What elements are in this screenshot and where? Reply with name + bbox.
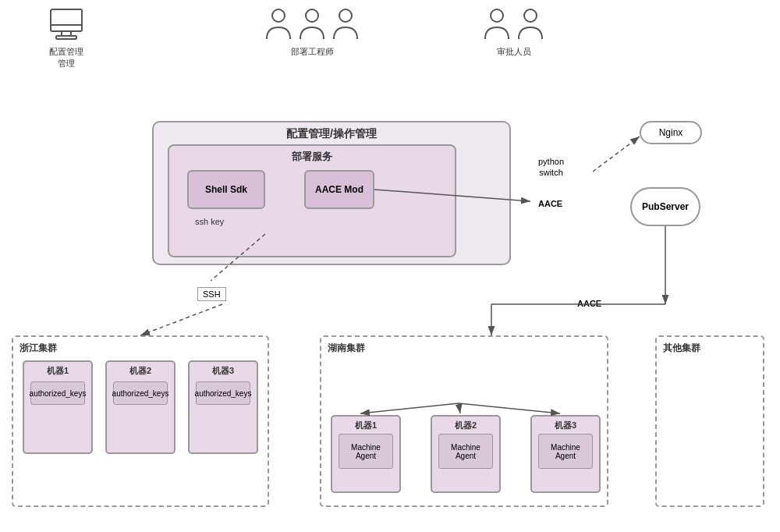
approvers-label: 审批人员 <box>497 46 531 58</box>
authorized-keys-2: authorized_keys <box>113 381 168 405</box>
approver-icon-2 <box>517 8 544 43</box>
svg-point-8 <box>524 9 537 22</box>
svg-point-6 <box>339 9 352 22</box>
hunan-cluster-title: 湖南集群 <box>328 342 607 355</box>
hunan-cluster: 湖南集群 机器1 Machine Agent 机器2 Machine Agent… <box>320 335 608 507</box>
zhejiang-cluster-title: 浙江集群 <box>20 342 268 355</box>
person-icon-2 <box>299 8 326 43</box>
hunan-machine-1: 机器1 Machine Agent <box>331 415 401 493</box>
aace-mod-box: AACE Mod <box>304 170 374 209</box>
zhejiang-machine-2: 机器2 authorized_keys <box>105 360 176 454</box>
authorized-keys-3: authorized_keys <box>196 381 250 405</box>
deploy-engineers-label: 部署工程师 <box>291 46 334 58</box>
other-cluster-title: 其他集群 <box>663 342 763 355</box>
zhejiang-cluster: 浙江集群 机器1 authorized_keys 机器2 authorized_… <box>12 335 269 507</box>
deploy-service-title: 部署服务 <box>169 150 455 164</box>
diagram-container: 配置管理 管理 部署工程师 <box>0 0 780 532</box>
machine-agent-2: Machine Agent <box>438 434 493 469</box>
zhejiang-machine-3: 机器3 authorized_keys <box>188 360 258 454</box>
config-mgmt-title: 配置管理/操作管理 <box>154 127 509 141</box>
python-switch-label: python switch <box>538 156 564 179</box>
person-icon-1 <box>265 8 292 43</box>
person-icon-3 <box>332 8 360 43</box>
ssh-label: SSH <box>197 287 226 301</box>
pubserver-box: PubServer <box>630 187 700 226</box>
machine-agent-1: Machine Agent <box>339 434 393 469</box>
aace-label-1: AACE <box>538 199 562 208</box>
nginx-box: Nginx <box>640 121 702 144</box>
role-admin: 配置管理 管理 <box>47 8 86 69</box>
svg-point-5 <box>306 9 318 22</box>
other-cluster: 其他集群 <box>655 335 764 507</box>
authorized-keys-1: authorized_keys <box>30 381 85 405</box>
ssh-key-label: ssh key <box>195 217 224 226</box>
python-switch-nginx-arrow <box>593 137 640 172</box>
svg-point-4 <box>272 9 285 22</box>
svg-rect-2 <box>56 36 76 39</box>
svg-point-7 <box>491 9 503 22</box>
role-admin-label: 配置管理 管理 <box>49 46 83 69</box>
hunan-machine-2: 机器2 Machine Agent <box>431 415 501 493</box>
machine-agent-3: Machine Agent <box>538 434 593 469</box>
shell-sdk-box: Shell Sdk <box>187 170 265 209</box>
svg-rect-0 <box>51 9 82 31</box>
aace-label-2: AACE <box>577 299 601 308</box>
ssh-arrow <box>140 304 222 335</box>
approver-icon-1 <box>484 8 511 43</box>
zhejiang-machine-1: 机器1 authorized_keys <box>23 360 93 454</box>
hunan-machine-3: 机器3 Machine Agent <box>530 415 601 493</box>
